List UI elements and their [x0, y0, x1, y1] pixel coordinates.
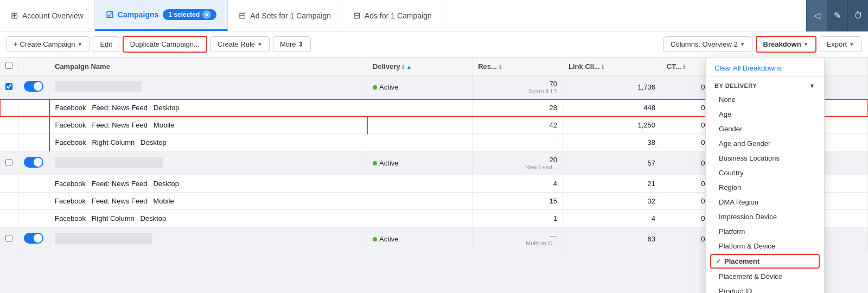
row-check-cell[interactable] [0, 151, 18, 175]
business-locations-label: Business Locations [719, 154, 780, 162]
breakdown-item-platform[interactable]: Platform [706, 224, 824, 239]
breakdown-caret[interactable]: ▼ [803, 41, 809, 47]
row-check-cell[interactable] [0, 227, 18, 251]
tab-ads[interactable]: ⊟ Ads for 1 Campaign [342, 0, 443, 31]
results-info-icon[interactable]: ℹ [499, 64, 501, 70]
breakdown-item-gender[interactable]: Gender [706, 122, 824, 136]
tab-campaigns[interactable]: ☑ Campaigns 1 selected ✕ [95, 0, 228, 31]
account-overview-icon: ⊞ [11, 10, 18, 21]
plus-icon: + [14, 40, 18, 48]
sub-results-cell: 4 [473, 175, 563, 193]
row-campaign-name-cell [49, 227, 367, 251]
duplicate-campaign-button[interactable]: Duplicate Campaign... [123, 36, 207, 53]
sub-results-cell: 28 [473, 99, 563, 117]
clear-all-breakdowns-link[interactable]: Clear All Breakdowns [706, 62, 824, 74]
status-dot-active [373, 161, 377, 165]
breakdown-item-business-locations[interactable]: Business Locations [706, 151, 824, 165]
row-check-cell[interactable] [0, 75, 18, 99]
tab-ad-sets-label: Ad Sets for 1 Campaign [250, 11, 331, 20]
breakdown-item-age-gender[interactable]: Age and Gender [706, 136, 824, 151]
age-label: Age [719, 110, 731, 118]
create-campaign-button[interactable]: + Create Campaign ▼ [7, 36, 90, 52]
select-all-checkbox[interactable] [5, 62, 12, 69]
breakdown-item-dma-region[interactable]: DMA Region [706, 195, 824, 209]
create-campaign-caret[interactable]: ▼ [77, 41, 82, 47]
create-rule-caret[interactable]: ▼ [257, 41, 263, 47]
more-label: More ⇕ [280, 40, 304, 48]
breakdown-item-none[interactable]: None [706, 92, 824, 107]
row-toggle-cell[interactable] [18, 75, 49, 99]
row-campaign-name-cell [49, 75, 367, 99]
section-collapse-icon[interactable]: ▼ [809, 82, 815, 89]
breakdown-item-country[interactable]: Country [706, 165, 824, 180]
edit-panel-icon[interactable]: ✎ [827, 0, 847, 31]
create-rule-button[interactable]: Create Rule ▼ [210, 36, 270, 52]
gender-label: Gender [719, 125, 742, 133]
campaigns-icon: ☑ [106, 10, 113, 20]
breakdown-item-impression-device[interactable]: Impression Device [706, 209, 824, 224]
columns-label: Columns: Overview 2 [671, 40, 738, 48]
sub-results-cell: 1 [473, 210, 563, 227]
sub-platform: Facebook [55, 180, 86, 188]
dma-region-label: DMA Region [719, 198, 758, 206]
sub-placement: Feed: News Feed [92, 197, 148, 205]
sub-delivery-cell [367, 134, 473, 151]
tab-ads-label: Ads for 1 Campaign [365, 11, 432, 20]
sub-check-cell [0, 175, 18, 193]
breakdown-item-age[interactable]: Age [706, 107, 824, 122]
row-delivery-status: Active [379, 83, 398, 91]
row-toggle-cell[interactable] [18, 151, 49, 175]
header-delivery[interactable]: Delivery ℹ ▲ [367, 58, 473, 75]
create-campaign-label: Create Campaign [20, 40, 75, 48]
row-checkbox[interactable] [5, 235, 12, 242]
delivery-header-label: Delivery [373, 62, 400, 71]
row-delivery-cell: Active [367, 227, 473, 251]
export-button[interactable]: Export ▼ [820, 36, 861, 52]
campaign-toggle[interactable] [24, 233, 43, 244]
row-toggle-cell[interactable] [18, 227, 49, 251]
delivery-info-icon[interactable]: ℹ [402, 64, 404, 70]
ctr-info-icon[interactable]: ℹ [683, 64, 685, 70]
ad-sets-icon: ⊟ [239, 10, 246, 21]
sub-check-cell [0, 193, 18, 210]
delivery-sort-arrow[interactable]: ▲ [406, 64, 412, 70]
breakdown-item-region[interactable]: Region [706, 180, 824, 195]
collapse-panel-icon[interactable]: ◁ [806, 0, 827, 31]
row-link-clicks-cell: 57 [563, 151, 661, 175]
campaign-toggle[interactable] [24, 81, 43, 92]
breakdown-dropdown: Clear All Breakdowns BY DELIVERY ▼ None … [705, 57, 825, 251]
export-caret[interactable]: ▼ [849, 41, 854, 47]
row-campaign-name-cell [49, 151, 367, 175]
campaign-toggle[interactable] [24, 157, 43, 168]
header-check[interactable] [0, 58, 18, 75]
link-clicks-info-icon[interactable]: ℹ [602, 64, 604, 70]
tab-account-overview[interactable]: ⊞ Account Overview [0, 0, 95, 31]
columns-button[interactable]: Columns: Overview 2 ▼ [663, 36, 752, 52]
sub-device: Desktop [153, 180, 179, 188]
history-panel-icon[interactable]: ⏱ [847, 0, 868, 31]
sub-platform: Facebook [55, 197, 86, 205]
row-checkbox[interactable] [5, 159, 12, 166]
sub-name-cell: Facebook Feed: News Feed Mobile [49, 193, 367, 210]
sub-results-cell: 15 [473, 193, 563, 210]
close-selection-button[interactable]: ✕ [202, 10, 211, 19]
breakdown-item-platform-device[interactable]: Platform & Device [706, 239, 824, 251]
more-button[interactable]: More ⇕ [273, 36, 311, 52]
sub-device: Desktop [154, 104, 180, 112]
sub-results-cell: — [473, 134, 563, 151]
sub-device: Desktop [141, 214, 167, 222]
campaign-name-header-label: Campaign Name [55, 62, 110, 71]
row-results-cell: 20 New Lead... [473, 151, 563, 175]
sub-toggle-cell [18, 193, 49, 210]
tab-ad-sets[interactable]: ⊟ Ad Sets for 1 Campaign [228, 0, 342, 31]
ads-icon: ⊟ [353, 10, 360, 21]
columns-caret[interactable]: ▼ [740, 41, 745, 47]
edit-button[interactable]: Edit [93, 36, 119, 52]
breakdown-button[interactable]: Breakdown ▼ [756, 36, 816, 53]
row-link-clicks-cell: 1,736 [563, 75, 661, 99]
campaign-name-placeholder [55, 233, 152, 244]
sub-delivery-cell [367, 99, 473, 117]
sub-name-cell: Facebook Feed: News Feed Desktop [49, 99, 367, 117]
row-checkbox[interactable] [5, 83, 12, 90]
sub-device: Mobile [153, 197, 174, 205]
